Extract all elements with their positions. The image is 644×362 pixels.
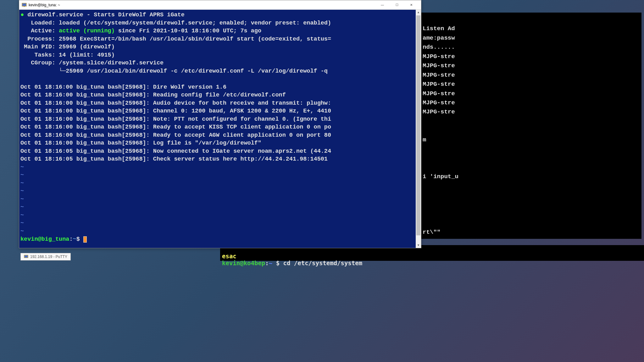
mainpid-line: Main PID: 25969 (direwolf) [20,44,115,50]
scroll-down-icon[interactable]: ▼ [416,243,421,248]
tilde-line: ~ [20,220,24,227]
tilde-line: ~ [20,164,24,171]
window-controls: — ☐ ✕ [375,1,419,9]
log-line: Oct 01 18:16:00 big_tuna bash[25968]: Di… [20,84,226,90]
log-line: Oct 01 18:16:00 big_tuna bash[25968]: Re… [20,132,331,139]
active-since: since Fri 2021-10-01 18:16:00 UTC; 7s ag… [115,28,261,34]
putty-icon [24,255,28,259]
cgroup-proc-line: └─25969 /usr/local/bin/direwolf -c /etc/… [20,68,328,74]
active-status: active (running) [59,28,115,34]
bg2-sep: : [265,260,269,266]
tilde-line: ~ [20,180,24,187]
taskbar: 192.168.1.19 - PuTTY [20,252,71,261]
process-line: Process: 25968 ExecStart=/bin/bash /usr/… [20,36,331,42]
putty-icon [22,3,27,8]
active-label: Active: [20,28,59,34]
status-bullet-icon: ● [20,12,27,18]
log-line: Oct 01 18:16:00 big_tuna bash[25968]: No… [20,116,331,123]
scroll-thumb[interactable] [416,15,420,235]
log-line: Oct 01 18:16:00 big_tuna bash[25968]: Lo… [20,140,261,146]
bg-line: MJPG-stre [423,90,455,97]
bg-line: MJPG-stre [423,53,455,60]
close-button[interactable]: ✕ [404,1,419,9]
log-line: Oct 01 18:16:00 big_tuna bash[25968]: Re… [20,92,286,98]
terminal-output[interactable]: ● direwolf.service - Starts DireWolf APR… [19,10,416,248]
taskbar-label: 192.168.1.19 - PuTTY [30,255,67,259]
log-line: Oct 01 18:16:05 big_tuna bash[25968]: Ch… [20,156,328,162]
bg-line: MJPG-stre [423,81,455,88]
prompt-user: kevin@big_tuna [20,236,69,243]
prompt-dollar: $ [76,236,83,243]
tilde-line: ~ [20,228,24,235]
tilde-line: ~ [20,196,24,203]
log-line: Oct 01 18:16:00 big_tuna bash[25968]: Ch… [20,108,331,114]
tasks-line: Tasks: 14 (limit: 4915) [20,52,115,58]
window-title: kevin@big_tuna: ~ [29,3,375,7]
bg2-prompt-user: kevin@ko4bep [222,260,265,266]
log-line: Oct 01 18:16:00 big_tuna bash[25968]: Re… [20,124,331,130]
tilde-line: ~ [20,172,24,178]
maximize-button[interactable]: ☐ [390,1,404,9]
log-line: Oct 01 18:16:05 big_tuna bash[25968]: No… [20,148,331,155]
minimize-button[interactable]: — [375,1,390,9]
titlebar[interactable]: kevin@big_tuna: ~ — ☐ ✕ [19,0,421,10]
bg2-cmd: $ cd /etc/systemd/system [272,260,362,266]
svg-rect-1 [22,3,26,6]
loaded-line: Loaded: loaded (/etc/systemd/system/dire… [20,20,331,26]
taskbar-item-putty[interactable]: 192.168.1.19 - PuTTY [20,253,71,261]
svg-rect-2 [24,6,25,7]
bg-line: i 'input_u [423,173,458,180]
bg-line: MJPG-stre [423,72,455,79]
tilde-line: ~ [20,204,24,211]
background-terminal: Listen Ad ame:passw nds...... MJPG-stre … [421,13,641,239]
prompt-path: ~ [73,236,76,243]
log-line: Oct 01 18:16:00 big_tuna bash[25968]: Au… [20,100,331,107]
bg-line: rt\"" [423,229,441,236]
bg-line: MJPG-stre [423,99,455,106]
putty-window: kevin@big_tuna: ~ — ☐ ✕ ● direwolf.servi… [19,0,421,248]
svg-rect-4 [25,255,28,258]
bg2-line: esac [222,253,236,260]
bg-line: MJPG-stre [423,62,455,69]
prompt-sep: : [69,236,73,243]
tilde-line: ~ [20,212,24,219]
cursor-icon [83,236,87,243]
bg-line: m [423,136,426,143]
bg-line: nds...... [423,44,455,51]
scroll-up-icon[interactable]: ▲ [416,10,421,15]
bg-line: ame:passw [423,35,455,41]
bg-line: MJPG-stre [423,108,455,115]
cgroup-line: CGroup: /system.slice/direwolf.service [20,60,164,66]
vertical-scrollbar[interactable]: ▲ ▼ [416,10,421,248]
service-header: direwolf.service - Starts DireWolf APRS … [27,12,185,18]
tilde-line: ~ [20,188,24,195]
bg-line: Listen Ad [423,25,455,32]
bg2-path: ~ [269,260,272,266]
